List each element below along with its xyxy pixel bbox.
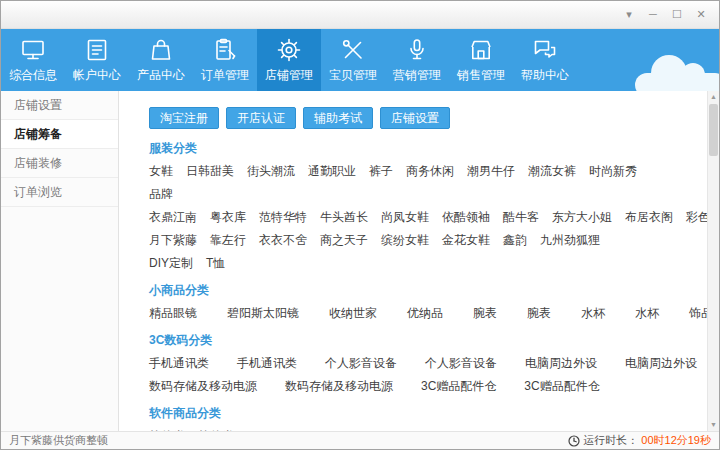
nav-item-order-management[interactable]: 订单管理 (193, 29, 257, 91)
category-link[interactable]: 水杯 (635, 306, 659, 321)
category-link[interactable]: 衣衣不舍 (259, 233, 307, 248)
nav-label: 帐户中心 (73, 67, 121, 84)
category-link[interactable]: 电脑周边外设 (525, 356, 597, 371)
nav-item-shop-management[interactable]: 店铺管理 (257, 29, 321, 91)
category-link[interactable]: 日韩甜美 (186, 164, 234, 179)
link-row: 手机通讯类手机通讯类个人影音设备个人影音设备电脑周边外设电脑周边外设 (149, 356, 693, 371)
category-link[interactable]: 靠左行 (210, 233, 246, 248)
app-window: ▾ ─ ☐ ✕ 综合信息 帐户中心 产品中心 (0, 0, 720, 450)
category-link[interactable]: 品牌 (149, 187, 173, 202)
close-button[interactable]: ✕ (689, 6, 713, 24)
category-link[interactable]: 数码存储及移动电源 (285, 379, 393, 394)
category-link[interactable]: 东方大小姐 (552, 210, 612, 225)
category-link[interactable]: 范特华特 (259, 210, 307, 225)
sidebar-item-shop-preparation[interactable]: 店铺筹备 (1, 120, 118, 149)
nav-label: 产品中心 (137, 67, 185, 84)
category-link[interactable]: DIY定制 (149, 256, 193, 271)
link-row: DIY定制T恤 (149, 256, 693, 271)
sidebar-item-shop-decoration[interactable]: 店铺装修 (1, 149, 118, 178)
section-title: 服装分类 (149, 141, 693, 156)
category-link[interactable]: 数码存储及移动电源 (149, 379, 257, 394)
title-bar: ▾ ─ ☐ ✕ (1, 1, 719, 29)
category-link[interactable]: 3C赠品配件仓 (421, 379, 496, 394)
category-link[interactable]: 潮男牛仔 (467, 164, 515, 179)
nav-item-help-center[interactable]: 帮助中心 (513, 29, 577, 91)
category-link[interactable]: 布居衣阁 (625, 210, 673, 225)
link-row: 软件类软件类 (149, 429, 693, 431)
assist-exam-button[interactable]: 辅助考试 (303, 107, 373, 129)
taobao-register-button[interactable]: 淘宝注册 (149, 107, 219, 129)
category-link[interactable]: 依酷领袖 (442, 210, 490, 225)
maximize-button[interactable]: ☐ (665, 6, 689, 24)
chevron-down-icon: ▾ (626, 9, 632, 20)
category-link[interactable]: 软件类 (149, 429, 185, 431)
category-link[interactable]: 个人影音设备 (325, 356, 397, 371)
category-link[interactable]: 女鞋 (149, 164, 173, 179)
shop-certification-button[interactable]: 开店认证 (226, 107, 296, 129)
category-link[interactable]: 商之天子 (320, 233, 368, 248)
category-link[interactable]: 尚凤女鞋 (381, 210, 429, 225)
section-title: 软件商品分类 (149, 406, 693, 421)
category-link[interactable]: 酷牛客 (503, 210, 539, 225)
monitor-icon (20, 37, 46, 63)
category-link[interactable]: 手机通讯类 (237, 356, 297, 371)
runtime-indicator: 运行时长：00时12分19秒 (568, 433, 711, 448)
category-link[interactable]: T恤 (206, 256, 225, 271)
scroll-up-icon[interactable]: ▲ (708, 91, 719, 103)
category-link[interactable]: 优纳品 (407, 306, 443, 321)
category-link[interactable]: 粤衣库 (210, 210, 246, 225)
category-link[interactable]: 软件类 (198, 429, 234, 431)
sidebar-item-order-browse[interactable]: 订单浏览 (1, 178, 118, 207)
nav-item-marketing-management[interactable]: 营销管理 (385, 29, 449, 91)
category-link[interactable]: 时尚新秀 (589, 164, 637, 179)
minimize-icon: ─ (649, 9, 657, 20)
nav-item-sales-management[interactable]: 销售管理 (449, 29, 513, 91)
category-link[interactable]: 收纳世家 (329, 306, 377, 321)
chat-icon (532, 37, 558, 63)
nav-item-item-management[interactable]: 宝贝管理 (321, 29, 385, 91)
vertical-scrollbar[interactable]: ▲ ▼ (707, 91, 719, 431)
category-link[interactable]: 牛头酋长 (320, 210, 368, 225)
category-link[interactable]: 碧阳斯太阳镜 (227, 306, 299, 321)
category-link[interactable]: 精品眼镜 (149, 306, 197, 321)
category-link[interactable]: 衣鼎江南 (149, 210, 197, 225)
window-menu-button[interactable]: ▾ (617, 6, 641, 24)
section-title: 3C数码分类 (149, 333, 693, 348)
category-link[interactable]: 月下紫藤 (149, 233, 197, 248)
status-bar: 月下紫藤供货商整顿 运行时长：00时12分19秒 (1, 431, 719, 449)
scroll-down-icon[interactable]: ▼ (708, 419, 719, 431)
main-nav: 综合信息 帐户中心 产品中心 订单管理 店铺管理 (1, 29, 719, 91)
category-link[interactable]: 裤子 (369, 164, 393, 179)
category-link[interactable]: 3C赠品配件仓 (524, 379, 599, 394)
category-link[interactable]: 通勤职业 (308, 164, 356, 179)
minimize-button[interactable]: ─ (641, 6, 665, 24)
status-left-text: 月下紫藤供货商整顿 (9, 433, 108, 448)
nav-item-comprehensive-info[interactable]: 综合信息 (1, 29, 65, 91)
category-link[interactable]: 手机通讯类 (149, 356, 209, 371)
storefront-icon (468, 37, 494, 63)
nav-label: 销售管理 (457, 67, 505, 84)
link-row: 品牌 (149, 187, 693, 202)
category-link[interactable]: 潮流女裤 (528, 164, 576, 179)
category-link[interactable]: 个人影音设备 (425, 356, 497, 371)
clipboard-icon (212, 37, 238, 63)
category-link[interactable]: 街头潮流 (247, 164, 295, 179)
category-link[interactable]: 商务休闲 (406, 164, 454, 179)
nav-item-product-center[interactable]: 产品中心 (129, 29, 193, 91)
category-link[interactable]: 金花女鞋 (442, 233, 490, 248)
nav-item-account-center[interactable]: 帐户中心 (65, 29, 129, 91)
section: 软件商品分类软件类软件类 (149, 406, 693, 431)
runtime-value: 00时12分19秒 (641, 433, 711, 448)
link-row: 女鞋日韩甜美街头潮流通勤职业裤子商务休闲潮男牛仔潮流女裤时尚新秀 (149, 164, 693, 179)
category-link[interactable]: 水杯 (581, 306, 605, 321)
category-link[interactable]: 缤纷女鞋 (381, 233, 429, 248)
category-link[interactable]: 九州劲狐狸 (540, 233, 600, 248)
category-link[interactable]: 腕表 (527, 306, 551, 321)
category-link[interactable]: 腕表 (473, 306, 497, 321)
nav-label: 帮助中心 (521, 67, 569, 84)
category-link[interactable]: 电脑周边外设 (625, 356, 697, 371)
scrollbar-thumb[interactable] (709, 104, 718, 156)
category-link[interactable]: 鑫韵 (503, 233, 527, 248)
shop-settings-button[interactable]: 店铺设置 (380, 107, 450, 129)
sidebar-item-shop-settings[interactable]: 店铺设置 (1, 91, 118, 120)
